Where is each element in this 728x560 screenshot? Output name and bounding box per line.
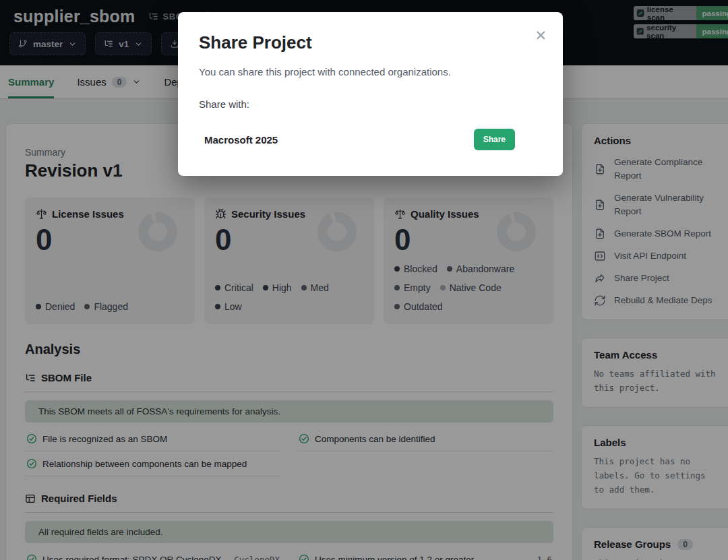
organization-row: Macrosoft 2025 Share	[199, 129, 541, 150]
share-with-label: Share with:	[199, 98, 541, 110]
share-project-modal: ✕ Share Project You can share this proje…	[178, 12, 563, 176]
organization-name: Macrosoft 2025	[204, 134, 278, 146]
modal-title: Share Project	[199, 32, 541, 53]
modal-description: You can share this project with connecte…	[199, 66, 541, 77]
share-button[interactable]: Share	[474, 129, 515, 150]
close-icon[interactable]: ✕	[535, 28, 547, 42]
